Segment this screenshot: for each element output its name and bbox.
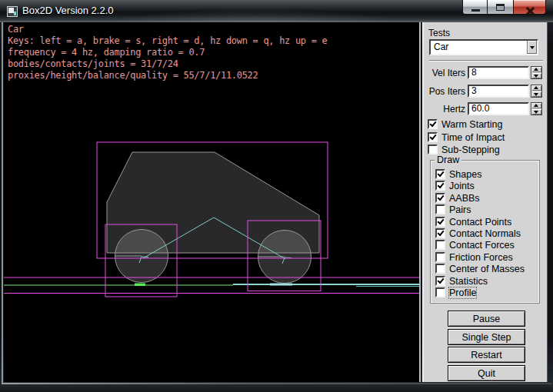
vel-iters-field[interactable]: 8	[468, 66, 529, 79]
pos-iters-field[interactable]: 3	[468, 85, 529, 98]
stats-text-block: CarKeys: left = a, brake = s, right = d,…	[8, 24, 327, 81]
aabbs-label: AABBs	[449, 193, 480, 204]
profile-label: Profile	[449, 287, 476, 298]
spinner-down-icon[interactable]	[531, 91, 541, 97]
vel-iters-row: Vel Iters8	[424, 66, 549, 79]
sub-stepping-label: Sub-Stepping	[441, 145, 500, 155]
stats-text-line: proxies/height/balance/quality = 55/7/1/…	[8, 70, 327, 81]
tests-dropdown[interactable]: Car	[429, 39, 538, 55]
pairs-label: Pairs	[449, 204, 471, 215]
window-controls	[462, 0, 546, 15]
separator	[429, 60, 543, 61]
contact-point-marker	[135, 284, 145, 287]
control-panel: Tests Car Vel Iters8Pos Iters3Hertz60.0 …	[422, 22, 548, 382]
stats-text-line: Car	[8, 24, 327, 35]
chevron-down-icon[interactable]	[527, 41, 537, 54]
unchecked-checkbox-icon	[435, 204, 445, 214]
draw-group-box: Draw ShapesJointsAABBsPairsContact Point…	[430, 160, 540, 304]
maximize-icon	[496, 4, 505, 11]
wheel-contact-segment	[270, 284, 292, 286]
hertz-row: Hertz60.0	[424, 102, 549, 115]
restart-button[interactable]: Restart	[448, 347, 525, 363]
pos-iters-row: Pos Iters3	[424, 85, 549, 98]
unchecked-checkbox-icon	[428, 145, 438, 154]
contact-forces-label: Contact Forces	[449, 240, 515, 251]
checked-checkbox-icon	[435, 169, 445, 179]
unchecked-checkbox-icon	[435, 240, 445, 250]
friction-forces-label: Friction Forces	[449, 252, 513, 263]
title-bar[interactable]: Box2D Version 2.2.0	[0, 0, 553, 22]
unchecked-checkbox-icon	[435, 252, 445, 262]
hertz-label: Hertz	[424, 104, 465, 115]
stats-text-line: Keys: left = a, brake = s, right = d, hz…	[8, 35, 327, 47]
window-left-edge	[2, 22, 3, 383]
close-button[interactable]	[513, 0, 546, 15]
pause-button[interactable]: Pause	[448, 311, 525, 327]
app-icon	[7, 6, 18, 17]
hertz-field[interactable]: 60.0	[468, 102, 529, 115]
vel-iters-spinner	[531, 66, 542, 79]
time-of-impact-label: Time of Impact	[441, 132, 505, 143]
tests-label: Tests	[428, 28, 450, 38]
titlebar-glass-sheen	[92, 8, 415, 22]
contact-points-label: Contact Points	[449, 217, 511, 228]
draw-group-title: Draw	[435, 154, 461, 165]
checked-checkbox-icon	[435, 181, 445, 191]
spinner-up-icon[interactable]	[531, 67, 541, 72]
spinner-up-icon[interactable]	[531, 103, 541, 108]
window-title: Box2D Version 2.2.0	[22, 0, 114, 22]
stats-text-line: bodies/contacts/joints = 31/7/24	[8, 58, 327, 70]
spinner-down-icon[interactable]	[531, 73, 541, 78]
stats-text-line: frequency = 4 hz, damping ratio = 0.7	[8, 47, 327, 58]
window-bottom-edge	[2, 383, 551, 384]
checked-checkbox-icon	[435, 276, 445, 286]
unchecked-checkbox-icon	[435, 264, 445, 274]
maximize-button[interactable]	[488, 0, 513, 15]
quit-button[interactable]: Quit	[448, 365, 525, 381]
shapes-label: Shapes	[449, 169, 481, 180]
checked-checkbox-icon	[435, 228, 445, 238]
checked-checkbox-icon	[428, 132, 438, 142]
warm-starting-label: Warm Starting	[441, 119, 502, 130]
hertz-spinner	[531, 102, 542, 115]
minimize-button[interactable]	[462, 0, 488, 15]
joints-label: Joints	[449, 181, 475, 191]
checked-checkbox-icon	[435, 217, 445, 227]
vel-iters-label: Vel Iters	[424, 68, 465, 78]
minimize-icon	[471, 9, 480, 12]
car-chassis-shape	[107, 152, 319, 253]
pos-iters-spinner	[531, 85, 542, 98]
tests-dropdown-value: Car	[434, 42, 448, 52]
spinner-down-icon[interactable]	[531, 109, 541, 115]
spinner-up-icon[interactable]	[531, 85, 541, 91]
app-window: Box2D Version 2.2.0	[0, 0, 553, 392]
contact-normals-label: Contact Normals	[449, 228, 521, 239]
center-of-masses-label: Center of Masses	[449, 264, 525, 274]
close-icon	[525, 6, 536, 18]
checked-checkbox-icon	[428, 119, 438, 129]
unchecked-checkbox-icon	[435, 287, 445, 297]
single-step-button[interactable]: Single Step	[448, 329, 525, 345]
simulation-canvas[interactable]: CarKeys: left = a, brake = s, right = d,…	[4, 22, 421, 382]
checked-checkbox-icon	[435, 193, 445, 203]
statistics-label: Statistics	[449, 276, 488, 287]
pos-iters-label: Pos Iters	[424, 86, 465, 97]
